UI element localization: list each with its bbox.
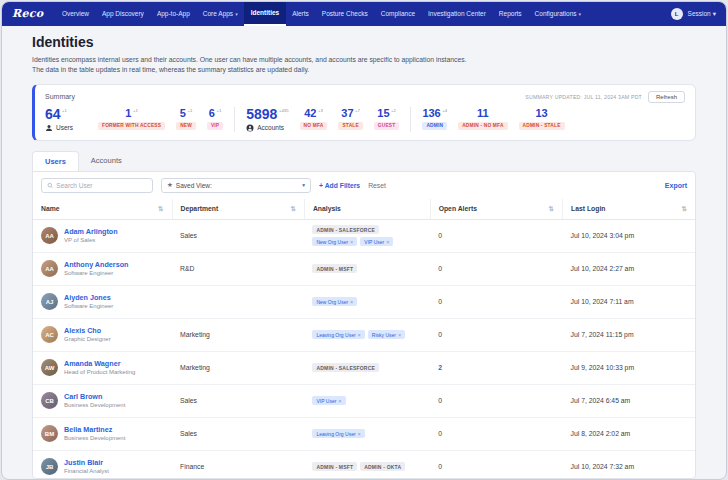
analysis-tag[interactable]: Leaving Org User× [312, 330, 364, 339]
header-last-login[interactable]: Last Login⇅ [563, 199, 695, 220]
table-row[interactable]: AAAnthony AndersonSoftware Engineer R&D … [33, 252, 695, 285]
header-name[interactable]: Name⇅ [33, 199, 172, 220]
nav-item-core-apps[interactable]: Core Apps▾ [196, 2, 244, 26]
open-alerts-count: 0 [438, 331, 442, 338]
description-line-2: The data in the table updates in real ti… [32, 65, 696, 76]
analysis-tag[interactable]: Risky User× [368, 330, 405, 339]
user-name-link[interactable]: Adam Arlington [64, 227, 118, 236]
analysis-tag[interactable]: VIP User× [360, 237, 393, 246]
chevron-down-icon: ▾ [235, 11, 238, 17]
header-department[interactable]: Department⇅ [172, 199, 304, 220]
analysis-tag[interactable]: New Org User× [312, 237, 357, 246]
status-badge: NEW [176, 122, 196, 130]
tab-bar: Users Accounts [32, 151, 696, 171]
refresh-button[interactable]: Refresh [648, 91, 685, 103]
saved-view-dropdown[interactable]: ★ Saved View: ▾ [161, 178, 311, 193]
last-login-cell: Jul 7, 2024 6:45 am [563, 384, 695, 417]
avatar: JB [41, 458, 58, 475]
nav-item-overview[interactable]: Overview [55, 2, 95, 26]
tag-close-icon[interactable]: × [338, 398, 341, 404]
sort-icon: ⇅ [158, 205, 163, 213]
header-open-alerts[interactable]: Open Alerts⇅ [430, 199, 562, 220]
tag-close-icon[interactable]: × [386, 239, 389, 245]
user-title: Business Development [64, 435, 125, 443]
user-name-link[interactable]: Alexis Cho [64, 326, 111, 335]
header-analysis[interactable]: Analysis [304, 199, 430, 220]
tag-close-icon[interactable]: × [350, 239, 353, 245]
user-name-link[interactable]: Justin Blair [64, 458, 109, 467]
stat-admin-no-mfa: 11 ADMIN - NO MFA [458, 107, 507, 130]
summary-label: Summary [45, 93, 75, 100]
analysis-tag[interactable]: Leaving Org User× [312, 429, 364, 438]
table-row[interactable]: AWAmanda WagnerHead of Product Marketing… [33, 351, 695, 384]
sort-icon: ⇅ [549, 205, 554, 213]
department-cell: R&D [172, 252, 304, 285]
department-cell: Marketing [172, 318, 304, 351]
user-avatar[interactable]: L [671, 8, 683, 20]
nav-item-identities[interactable]: Identities [244, 2, 286, 26]
reset-button[interactable]: Reset [368, 182, 386, 189]
department-cell: Sales [172, 417, 304, 450]
user-name-link[interactable]: Anthony Anderson [64, 260, 128, 269]
nav-item-compliance[interactable]: Compliance [374, 2, 421, 26]
user-title: Software Engineer [64, 303, 113, 311]
avatar: CB [41, 392, 58, 409]
table-row[interactable]: JBJustin BlairFinancial Analyst Finance … [33, 450, 695, 478]
analysis-tag[interactable]: VIP User× [312, 396, 345, 405]
status-badge: VIP [207, 122, 223, 130]
last-login-cell: Jul 10, 2024 7:32 am [563, 450, 695, 478]
status-badge: NO MFA [300, 122, 328, 130]
user-name-link[interactable]: Aiyden Jones [64, 293, 113, 302]
open-alerts-count: 0 [438, 265, 442, 272]
tag-close-icon[interactable]: × [358, 332, 361, 338]
nav-item-investigation-center[interactable]: Investigation Center [422, 2, 493, 26]
stat-vip: 6+1 VIP [207, 107, 223, 130]
nav-item-reports[interactable]: Reports [492, 2, 528, 26]
table-row[interactable]: AAAdam ArlingtonVP of Sales Sales ADMIN … [33, 219, 695, 252]
user-title: Graphic Designer [64, 336, 111, 344]
nav-menu: Overview App Discovery App-to-App Core A… [55, 2, 587, 26]
page-description: Identities encompass internal users and … [32, 55, 696, 76]
add-filters-button[interactable]: + Add Filters [319, 182, 360, 189]
avatar: AA [41, 260, 58, 277]
nav-item-posture-checks[interactable]: Posture Checks [315, 2, 374, 26]
nav-item-alerts[interactable]: Alerts [286, 2, 316, 26]
analysis-tag[interactable]: New Org User× [312, 297, 357, 306]
accounts-total-value: 5898 [246, 107, 277, 122]
open-alerts-link[interactable]: 2 [438, 364, 442, 371]
top-navigation: Reco Overview App Discovery App-to-App C… [2, 2, 726, 26]
status-badge: ADMIN [422, 122, 447, 130]
nav-item-app-to-app[interactable]: App-to-App [150, 2, 196, 26]
table-row[interactable]: BMBella MartinezBusiness Development Sal… [33, 417, 695, 450]
tab-users[interactable]: Users [32, 151, 79, 171]
search-input[interactable] [56, 182, 147, 189]
table-row[interactable]: CBCarl BrownBusiness Development Sales V… [33, 384, 695, 417]
tab-accounts[interactable]: Accounts [79, 151, 134, 171]
tag-close-icon[interactable]: × [350, 299, 353, 305]
table-row[interactable]: ACAlexis ChoGraphic Designer Marketing L… [33, 318, 695, 351]
summary-card: Summary SUMMARY UPDATED: JUL 11, 2024 3A… [32, 84, 696, 141]
open-alerts-count: 0 [438, 298, 442, 305]
export-button[interactable]: Export [665, 182, 687, 189]
tag-close-icon[interactable]: × [398, 332, 401, 338]
table-toolbar: ★ Saved View: ▾ + Add Filters Reset Expo… [33, 172, 695, 199]
user-title: Software Engineer [64, 270, 128, 278]
page-content: Identities Identities encompass internal… [2, 26, 726, 479]
analysis-tag: ADMIN - SALESFORCE [312, 363, 379, 372]
tag-close-icon[interactable]: × [358, 431, 361, 437]
users-table-panel: ★ Saved View: ▾ + Add Filters Reset Expo… [32, 171, 696, 479]
last-login-cell: Jul 7, 2024 11:15 pm [563, 318, 695, 351]
session-menu[interactable]: Session▾ [688, 10, 716, 18]
status-badge: ADMIN - NO MFA [458, 122, 507, 130]
nav-item-app-discovery[interactable]: App Discovery [95, 2, 150, 26]
user-name-link[interactable]: Carl Brown [64, 392, 125, 401]
user-name-link[interactable]: Amanda Wagner [64, 359, 135, 368]
avatar: AA [41, 227, 58, 244]
reco-logo[interactable]: Reco [12, 7, 43, 20]
users-total-stat: 64+1 Users [45, 107, 87, 132]
nav-item-configurations[interactable]: Configurations▾ [528, 2, 587, 26]
user-name-link[interactable]: Bella Martinez [64, 425, 125, 434]
last-login-cell: Jul 10, 2024 3:04 pm [563, 219, 695, 252]
table-row[interactable]: AJAiyden JonesSoftware Engineer New Org … [33, 285, 695, 318]
stat-stale: 37+7 STALE [338, 107, 362, 130]
